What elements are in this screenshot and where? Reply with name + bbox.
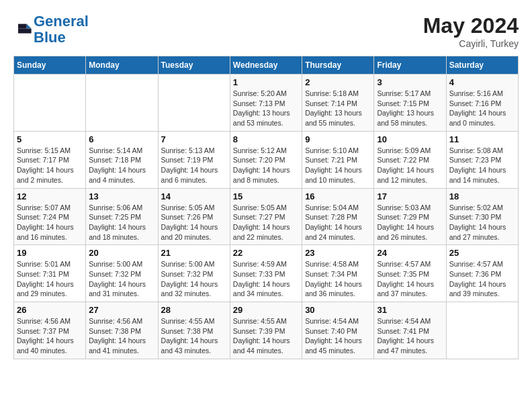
day-info: Sunrise: 4:57 AMSunset: 7:35 PMDaylight:…: [377, 259, 443, 299]
day-info: Sunrise: 5:04 AMSunset: 7:28 PMDaylight:…: [305, 203, 371, 242]
calendar-week-row: 12Sunrise: 5:07 AMSunset: 7:24 PMDayligh…: [14, 188, 519, 245]
day-info: Sunrise: 4:54 AMSunset: 7:40 PMDaylight:…: [305, 316, 371, 356]
weekday-header: Thursday: [302, 56, 374, 75]
calendar-cell: 30Sunrise: 4:54 AMSunset: 7:40 PMDayligh…: [302, 302, 374, 359]
day-number: 31: [377, 305, 443, 315]
day-info: Sunrise: 4:55 AMSunset: 7:38 PMDaylight:…: [161, 316, 227, 356]
day-number: 18: [449, 191, 515, 201]
day-number: 17: [377, 191, 443, 201]
calendar-cell: 13Sunrise: 5:06 AMSunset: 7:25 PMDayligh…: [86, 188, 158, 245]
calendar-cell: 29Sunrise: 4:55 AMSunset: 7:39 PMDayligh…: [230, 302, 302, 359]
day-number: 20: [89, 248, 154, 258]
day-info: Sunrise: 5:16 AMSunset: 7:16 PMDaylight:…: [449, 89, 515, 128]
day-number: 6: [89, 134, 154, 144]
day-info: Sunrise: 4:57 AMSunset: 7:36 PMDaylight:…: [449, 259, 515, 299]
calendar-cell: 24Sunrise: 4:57 AMSunset: 7:35 PMDayligh…: [374, 245, 446, 302]
weekday-header: Sunday: [14, 56, 86, 75]
day-info: Sunrise: 5:14 AMSunset: 7:18 PMDaylight:…: [89, 146, 154, 185]
day-number: 4: [449, 77, 515, 87]
day-info: Sunrise: 5:20 AMSunset: 7:13 PMDaylight:…: [233, 89, 299, 128]
weekday-header: Wednesday: [230, 56, 302, 75]
day-info: Sunrise: 5:18 AMSunset: 7:14 PMDaylight:…: [305, 89, 371, 128]
day-number: 28: [161, 305, 227, 315]
day-info: Sunrise: 5:03 AMSunset: 7:29 PMDaylight:…: [377, 203, 443, 242]
day-number: 5: [17, 134, 83, 144]
day-info: Sunrise: 5:00 AMSunset: 7:32 PMDaylight:…: [89, 259, 154, 299]
day-info: Sunrise: 5:10 AMSunset: 7:21 PMDaylight:…: [305, 146, 371, 185]
day-info: Sunrise: 5:13 AMSunset: 7:19 PMDaylight:…: [161, 146, 227, 185]
calendar-cell: 19Sunrise: 5:01 AMSunset: 7:31 PMDayligh…: [14, 245, 86, 302]
day-info: Sunrise: 5:00 AMSunset: 7:32 PMDaylight:…: [161, 259, 227, 299]
calendar-cell: 2Sunrise: 5:18 AMSunset: 7:14 PMDaylight…: [302, 75, 374, 132]
day-number: 26: [17, 305, 83, 315]
calendar-cell: 3Sunrise: 5:17 AMSunset: 7:15 PMDaylight…: [374, 75, 446, 132]
day-info: Sunrise: 4:55 AMSunset: 7:39 PMDaylight:…: [233, 316, 299, 356]
svg-rect-1: [18, 24, 27, 29]
calendar-cell: [446, 302, 518, 359]
day-number: 21: [161, 248, 227, 258]
day-number: 24: [377, 248, 443, 258]
day-number: 9: [305, 134, 371, 144]
calendar-cell: 4Sunrise: 5:16 AMSunset: 7:16 PMDaylight…: [446, 75, 518, 132]
day-number: 27: [89, 305, 154, 315]
calendar-cell: [14, 75, 86, 132]
day-info: Sunrise: 4:58 AMSunset: 7:34 PMDaylight:…: [305, 259, 371, 299]
logo-line1: General: [34, 13, 89, 30]
day-number: 7: [161, 134, 227, 144]
logo: General Blue: [13, 13, 89, 46]
calendar-week-row: 5Sunrise: 5:15 AMSunset: 7:17 PMDaylight…: [14, 131, 519, 188]
day-info: Sunrise: 5:05 AMSunset: 7:27 PMDaylight:…: [233, 203, 299, 242]
day-info: Sunrise: 5:07 AMSunset: 7:24 PMDaylight:…: [17, 203, 83, 242]
day-info: Sunrise: 5:09 AMSunset: 7:22 PMDaylight:…: [377, 146, 443, 185]
day-number: 11: [449, 134, 515, 144]
day-number: 12: [17, 191, 83, 201]
day-info: Sunrise: 4:59 AMSunset: 7:33 PMDaylight:…: [233, 259, 299, 299]
day-number: 14: [161, 191, 227, 201]
day-info: Sunrise: 5:15 AMSunset: 7:17 PMDaylight:…: [17, 146, 83, 185]
calendar-week-row: 19Sunrise: 5:01 AMSunset: 7:31 PMDayligh…: [14, 245, 519, 302]
day-info: Sunrise: 5:12 AMSunset: 7:20 PMDaylight:…: [233, 146, 299, 185]
day-info: Sunrise: 4:54 AMSunset: 7:41 PMDaylight:…: [377, 316, 443, 356]
day-number: 29: [233, 305, 299, 315]
calendar-cell: 18Sunrise: 5:02 AMSunset: 7:30 PMDayligh…: [446, 188, 518, 245]
day-info: Sunrise: 4:56 AMSunset: 7:38 PMDaylight:…: [89, 316, 154, 356]
calendar-cell: 8Sunrise: 5:12 AMSunset: 7:20 PMDaylight…: [230, 131, 302, 188]
calendar-cell: 10Sunrise: 5:09 AMSunset: 7:22 PMDayligh…: [374, 131, 446, 188]
location: Cayirli, Turkey: [423, 38, 519, 49]
calendar-cell: 7Sunrise: 5:13 AMSunset: 7:19 PMDaylight…: [158, 131, 230, 188]
day-number: 15: [233, 191, 299, 201]
calendar-table: SundayMondayTuesdayWednesdayThursdayFrid…: [13, 56, 519, 359]
weekday-header-row: SundayMondayTuesdayWednesdayThursdayFrid…: [14, 56, 519, 75]
title-block: May 2024 Cayirli, Turkey: [423, 13, 519, 49]
calendar-cell: 27Sunrise: 4:56 AMSunset: 7:38 PMDayligh…: [86, 302, 158, 359]
calendar-cell: 28Sunrise: 4:55 AMSunset: 7:38 PMDayligh…: [158, 302, 230, 359]
day-number: 1: [233, 77, 299, 87]
calendar-cell: 15Sunrise: 5:05 AMSunset: 7:27 PMDayligh…: [230, 188, 302, 245]
calendar-cell: 31Sunrise: 4:54 AMSunset: 7:41 PMDayligh…: [374, 302, 446, 359]
weekday-header: Monday: [86, 56, 158, 75]
weekday-header: Tuesday: [158, 56, 230, 75]
calendar-cell: 6Sunrise: 5:14 AMSunset: 7:18 PMDaylight…: [86, 131, 158, 188]
page-header: General Blue May 2024 Cayirli, Turkey: [13, 13, 519, 49]
calendar-cell: 11Sunrise: 5:08 AMSunset: 7:23 PMDayligh…: [446, 131, 518, 188]
logo-line2: Blue: [34, 29, 66, 46]
day-number: 8: [233, 134, 299, 144]
logo-text: General Blue: [34, 13, 89, 46]
day-number: 25: [449, 248, 515, 258]
svg-rect-2: [18, 29, 32, 34]
day-info: Sunrise: 5:08 AMSunset: 7:23 PMDaylight:…: [449, 146, 515, 185]
day-number: 10: [377, 134, 443, 144]
calendar-cell: [158, 75, 230, 132]
calendar-cell: 25Sunrise: 4:57 AMSunset: 7:36 PMDayligh…: [446, 245, 518, 302]
calendar-cell: 16Sunrise: 5:04 AMSunset: 7:28 PMDayligh…: [302, 188, 374, 245]
calendar-cell: 1Sunrise: 5:20 AMSunset: 7:13 PMDaylight…: [230, 75, 302, 132]
day-info: Sunrise: 5:01 AMSunset: 7:31 PMDaylight:…: [17, 259, 83, 299]
day-number: 30: [305, 305, 371, 315]
day-info: Sunrise: 5:02 AMSunset: 7:30 PMDaylight:…: [449, 203, 515, 242]
day-number: 19: [17, 248, 83, 258]
day-number: 22: [233, 248, 299, 258]
day-number: 13: [89, 191, 154, 201]
weekday-header: Friday: [374, 56, 446, 75]
calendar-week-row: 26Sunrise: 4:56 AMSunset: 7:37 PMDayligh…: [14, 302, 519, 359]
day-info: Sunrise: 5:17 AMSunset: 7:15 PMDaylight:…: [377, 89, 443, 128]
